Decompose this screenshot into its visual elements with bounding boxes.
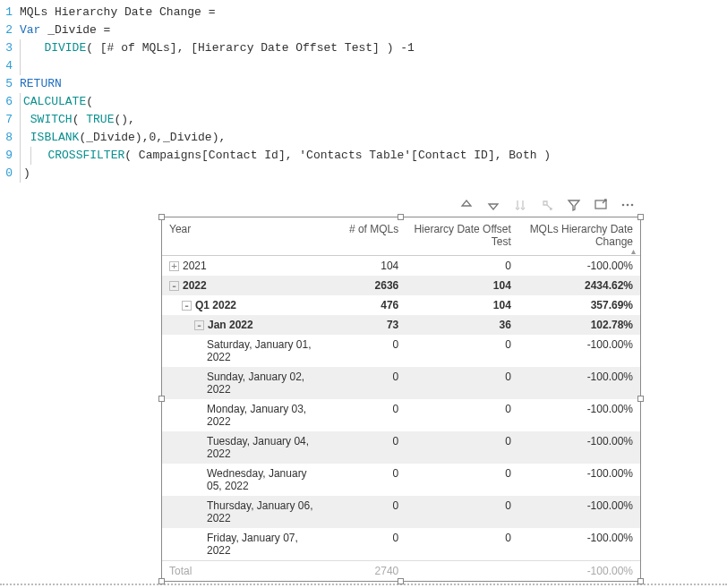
line-number: 1	[0, 4, 20, 21]
expand-next-level-icon[interactable]	[539, 197, 555, 213]
table-row[interactable]: Thursday, January 06, 202200-100.00%	[162, 496, 640, 528]
cell-change: 357.69%	[518, 295, 640, 315]
more-options-icon[interactable]	[620, 197, 636, 213]
table-row[interactable]: +20211040-100.00%	[162, 256, 640, 277]
total-change: -100.00%	[518, 561, 640, 582]
cell-change: -100.00%	[518, 367, 640, 399]
code-line	[20, 57, 23, 75]
code-line: SWITCH( TRUE(),	[20, 111, 135, 129]
cell-mqls: 0	[326, 335, 406, 367]
cell-change: -100.00%	[518, 496, 640, 528]
line-number: 6	[0, 93, 20, 111]
collapse-icon[interactable]: -	[169, 281, 179, 291]
cell-mqls: 0	[326, 399, 406, 431]
code-line: )	[20, 165, 30, 183]
expand-all-down-icon[interactable]	[512, 197, 528, 213]
collapse-icon[interactable]: -	[182, 301, 192, 311]
svg-point-2	[627, 204, 629, 207]
scrollbar[interactable]: ▴	[627, 244, 639, 563]
line-number: 2	[0, 21, 20, 39]
section-divider	[0, 584, 727, 587]
row-label: Tuesday, January 04, 2022	[207, 435, 319, 460]
col-header-change[interactable]: MQLs Hierarchy Date Change	[518, 217, 640, 256]
total-label: Total	[162, 561, 326, 582]
code-line: DIVIDE( [# of MQLs], [Hierarcy Date Offs…	[20, 39, 415, 57]
cell-offset: 0	[406, 528, 518, 561]
row-label: 2022	[183, 279, 207, 292]
row-label: Friday, January 07, 2022	[207, 532, 319, 557]
cell-mqls: 0	[326, 464, 406, 496]
table-row[interactable]: -Q1 2022476104357.69%	[162, 295, 640, 315]
table-row[interactable]: Saturday, January 01, 202200-100.00%	[162, 335, 640, 367]
cell-offset: 0	[406, 496, 518, 528]
cell-change: -100.00%	[518, 335, 640, 367]
resize-handle[interactable]	[398, 214, 404, 220]
table-row[interactable]: -Jan 20227336102.78%	[162, 315, 640, 335]
cell-mqls: 0	[326, 496, 406, 528]
cell-change: -100.00%	[518, 431, 640, 464]
scroll-up-icon[interactable]: ▴	[627, 244, 639, 257]
line-number: 0	[0, 165, 20, 183]
cell-mqls: 104	[326, 256, 406, 277]
total-mqls: 2740	[326, 561, 406, 582]
table-row[interactable]: Friday, January 07, 202200-100.00%	[162, 528, 640, 561]
resize-handle[interactable]	[158, 396, 165, 402]
cell-offset: 104	[406, 295, 518, 315]
line-number: 4	[0, 57, 20, 75]
cell-mqls: 73	[326, 315, 406, 335]
data-table: Year # of MQLs Hierarcy Date Offset Test…	[162, 217, 640, 581]
filter-icon[interactable]	[566, 197, 582, 213]
total-offset	[406, 561, 518, 582]
cell-offset: 36	[406, 315, 518, 335]
focus-mode-icon[interactable]	[593, 197, 609, 213]
cell-mqls: 2636	[326, 276, 406, 295]
table-row[interactable]: Monday, January 03, 202200-100.00%	[162, 399, 640, 431]
code-line: Var _Divide =	[20, 21, 110, 39]
resize-handle[interactable]	[637, 578, 644, 584]
col-header-year[interactable]: Year	[162, 217, 326, 256]
resize-handle[interactable]	[398, 578, 404, 584]
matrix-visual[interactable]: Year # of MQLs Hierarcy Date Offset Test…	[161, 217, 641, 582]
row-label: Jan 2022	[208, 319, 253, 331]
row-label: Monday, January 03, 2022	[207, 403, 319, 428]
table-row[interactable]: -202226361042434.62%	[162, 276, 640, 295]
row-label: Sunday, January 02, 2022	[207, 371, 319, 396]
row-label: 2021	[183, 260, 207, 272]
dax-editor[interactable]: 1 MQLs Hierarchy Date Change = 2 Var _Di…	[0, 0, 727, 188]
cell-change: -100.00%	[518, 528, 640, 561]
code-line: RETURN	[20, 75, 62, 93]
row-label: Q1 2022	[195, 299, 236, 311]
svg-point-1	[622, 204, 625, 207]
table-row[interactable]: Tuesday, January 04, 202200-100.00%	[162, 431, 640, 464]
col-header-mqls[interactable]: # of MQLs	[326, 217, 406, 256]
cell-offset: 0	[406, 335, 518, 367]
line-number: 5	[0, 75, 20, 93]
drill-down-icon[interactable]	[485, 197, 501, 213]
line-number: 3	[0, 39, 20, 57]
resize-handle[interactable]	[637, 214, 644, 220]
row-label: Wednesday, January 05, 2022	[207, 467, 319, 492]
table-row[interactable]: Wednesday, January 05, 202200-100.00%	[162, 464, 640, 496]
drill-up-icon[interactable]	[458, 197, 475, 213]
cell-mqls: 0	[326, 528, 406, 561]
cell-offset: 104	[406, 276, 518, 295]
table-row[interactable]: Sunday, January 02, 202200-100.00%	[162, 367, 640, 399]
col-header-offset[interactable]: Hierarcy Date Offset Test	[406, 217, 518, 256]
cell-mqls: 0	[326, 431, 406, 464]
expand-icon[interactable]: +	[169, 261, 179, 271]
cell-change: 2434.62%	[518, 276, 640, 295]
resize-handle[interactable]	[158, 214, 165, 220]
code-line: MQLs Hierarchy Date Change =	[20, 4, 215, 21]
cell-mqls: 476	[326, 295, 406, 315]
svg-point-3	[631, 204, 634, 207]
cell-offset: 0	[406, 367, 518, 399]
collapse-icon[interactable]: -	[194, 320, 204, 330]
cell-change: 102.78%	[518, 315, 640, 335]
cell-offset: 0	[406, 256, 518, 277]
line-number: 8	[0, 129, 20, 147]
code-line: CALCULATE(	[20, 93, 93, 111]
cell-offset: 0	[406, 464, 518, 496]
resize-handle[interactable]	[158, 578, 165, 584]
cell-change: -100.00%	[518, 256, 640, 277]
cell-change: -100.00%	[518, 464, 640, 496]
